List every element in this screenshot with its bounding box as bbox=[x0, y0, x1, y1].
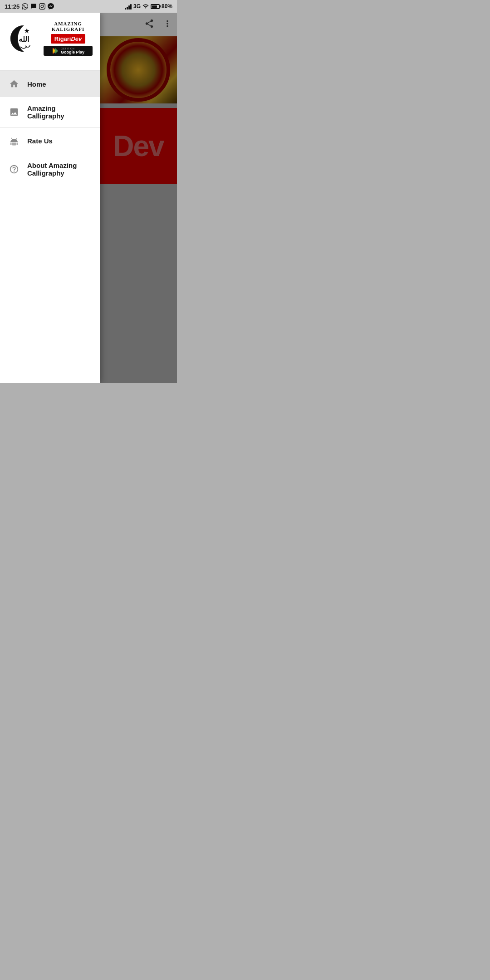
battery-indicator bbox=[151, 4, 160, 9]
status-right: 3G 80% bbox=[125, 3, 172, 10]
drawer-header-top: الله AMAZING KALIGRAFI RigariDev bbox=[7, 21, 93, 56]
header-right: AMAZING KALIGRAFI RigariDev G bbox=[44, 21, 93, 56]
help-icon bbox=[8, 163, 20, 175]
rigari-dev-badge: RigariDev bbox=[51, 34, 86, 44]
wifi-icon bbox=[142, 3, 149, 10]
nav-item-about[interactable]: About Amazing Calligraphy bbox=[0, 154, 100, 184]
svg-point-3 bbox=[15, 140, 15, 141]
status-bar: 11:25 3G 80% bbox=[0, 0, 177, 13]
svg-marker-0 bbox=[24, 28, 29, 33]
status-left: 11:25 bbox=[5, 3, 54, 10]
app-container: Dev الله AMAZIN bbox=[0, 13, 177, 383]
app-logo: الله bbox=[7, 22, 40, 55]
android-icon bbox=[8, 135, 20, 147]
about-label: About Amazing Calligraphy bbox=[27, 162, 92, 177]
home-icon bbox=[8, 78, 20, 90]
time-display: 11:25 bbox=[5, 3, 20, 10]
image-icon bbox=[8, 106, 20, 118]
svg-point-2 bbox=[13, 140, 13, 141]
rate-us-label: Rate Us bbox=[27, 137, 53, 145]
nav-item-home[interactable]: Home bbox=[0, 71, 100, 97]
drawer-scrim[interactable] bbox=[100, 13, 177, 383]
app-title: AMAZING KALIGRAFI bbox=[44, 21, 93, 32]
drawer-header: الله AMAZING KALIGRAFI RigariDev bbox=[0, 13, 100, 71]
nav-item-rate-us[interactable]: Rate Us bbox=[0, 127, 100, 154]
home-label: Home bbox=[27, 80, 46, 88]
nav-item-amazing-calligraphy[interactable]: Amazing Calligraphy bbox=[0, 97, 100, 127]
svg-text:الله: الله bbox=[19, 35, 29, 43]
battery-percent: 80% bbox=[162, 3, 172, 10]
instagram-icon bbox=[39, 3, 45, 10]
signal-bars bbox=[125, 3, 132, 10]
whatsapp-icon bbox=[22, 3, 28, 10]
messenger-icon bbox=[48, 3, 54, 10]
navigation-drawer: الله AMAZING KALIGRAFI RigariDev bbox=[0, 13, 100, 383]
play-store-icon bbox=[52, 47, 59, 54]
network-type: 3G bbox=[133, 3, 141, 10]
google-play-badge[interactable]: GET IT ON Google Play bbox=[44, 46, 93, 56]
chat-icon bbox=[30, 3, 37, 10]
amazing-calligraphy-label: Amazing Calligraphy bbox=[27, 104, 92, 120]
